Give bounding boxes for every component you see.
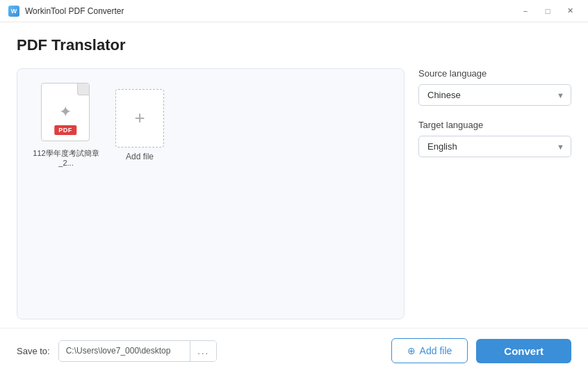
file-page: ✦ PDF: [41, 83, 90, 141]
target-language-label: Target language: [418, 120, 571, 130]
app-title: WorkinTool PDF Converter: [25, 6, 124, 16]
add-file-area-button[interactable]: + Add file: [112, 83, 168, 167]
app-logo-icon: W: [8, 6, 19, 17]
title-bar-left: W WorkinTool PDF Converter: [8, 6, 124, 17]
file-name: 112學年度考試簡章_2...: [31, 148, 101, 167]
add-file-button-label: Add file: [420, 345, 452, 356]
source-language-select-wrapper: Chinese English Japanese Korean French G…: [418, 84, 571, 106]
source-language-group: Source language Chinese English Japanese…: [418, 68, 571, 106]
page-title: PDF Translator: [17, 36, 571, 54]
save-path-wrapper: ...: [58, 340, 217, 362]
convert-button[interactable]: Convert: [476, 339, 571, 363]
window-controls: − □ ✕: [516, 4, 580, 18]
add-file-circle-icon: +: [115, 89, 164, 148]
file-area: ✦ PDF 112學年度考試簡章_2... + Add file: [17, 68, 405, 319]
target-language-group: Target language English Chinese Japanese…: [418, 120, 571, 157]
maximize-button[interactable]: □: [538, 4, 557, 18]
add-file-plus-icon: ⊕: [407, 345, 416, 356]
save-to-label: Save to:: [17, 346, 50, 356]
add-file-button[interactable]: ⊕ Add file: [391, 338, 468, 363]
source-language-select[interactable]: Chinese English Japanese Korean French G…: [418, 84, 571, 106]
minimize-button[interactable]: −: [516, 4, 535, 18]
language-panel: Source language Chinese English Japanese…: [418, 68, 571, 319]
file-icon-wrapper: ✦ PDF: [41, 83, 91, 144]
pdf-badge: PDF: [54, 125, 76, 135]
target-language-select-wrapper: English Chinese Japanese Korean French G…: [418, 136, 571, 157]
browse-button[interactable]: ...: [190, 341, 216, 361]
main-content: PDF Translator ✦ PDF 112學年度考試簡章_2... + A…: [0, 22, 588, 319]
content-area: ✦ PDF 112學年度考試簡章_2... + Add file Source …: [17, 68, 571, 319]
file-item[interactable]: ✦ PDF 112學年度考試簡章_2...: [31, 83, 101, 167]
plus-icon: +: [134, 107, 145, 129]
save-path-input[interactable]: [59, 341, 190, 360]
pdf-acrobat-icon: ✦: [59, 103, 72, 121]
add-file-inline-label: Add file: [126, 152, 154, 161]
source-language-label: Source language: [418, 68, 571, 79]
target-language-select[interactable]: English Chinese Japanese Korean French G…: [418, 136, 571, 157]
close-button[interactable]: ✕: [560, 4, 580, 18]
bottom-bar: Save to: ... ⊕ Add file Convert: [0, 328, 588, 373]
title-bar: W WorkinTool PDF Converter − □ ✕: [0, 0, 588, 22]
